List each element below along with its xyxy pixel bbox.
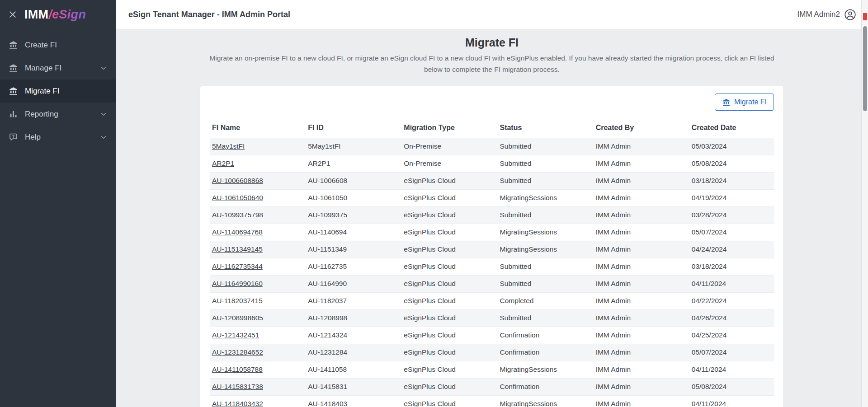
table-row: AR2P1AR2P1On-PremiseSubmittedIMM Admin05…: [210, 155, 774, 172]
cell-fi-id: AU-1061050: [306, 189, 401, 206]
fi-name-link[interactable]: AU-1162735344: [212, 262, 263, 270]
migrate-fi-button-label: Migrate FI: [734, 98, 767, 106]
fi-name-link[interactable]: AU-1006608868: [212, 177, 263, 184]
fi-name-link[interactable]: AU-121432451: [212, 331, 259, 339]
column-header-status: Status: [497, 118, 593, 138]
cell-created-date: 04/11/2024: [689, 361, 774, 378]
cell-status: Submitted: [497, 309, 593, 327]
fi-name-link[interactable]: AU-1140694768: [212, 228, 263, 236]
fi-name-link[interactable]: AU-1164990160: [212, 280, 263, 287]
cell-created-by: IMM Admin: [594, 189, 689, 206]
column-header-created-date: Created Date: [689, 118, 774, 138]
sidebar: IMM/eSign Create FI Manage FI: [0, 0, 116, 407]
fi-name-link[interactable]: AU-1061050640: [212, 194, 263, 201]
sidebar-item-label: Help: [25, 133, 93, 142]
cell-status: Submitted: [497, 258, 593, 275]
cell-created-by: IMM Admin: [594, 206, 689, 224]
svg-text:?: ?: [12, 134, 14, 139]
fi-name-link[interactable]: AU-1208998605: [212, 314, 263, 322]
cell-created-date: 03/18/2024: [689, 172, 774, 189]
cell-fi-name: AU-1182037415: [210, 292, 306, 309]
cell-migration-type: eSignPlus Cloud: [401, 292, 497, 309]
table-row: AU-1182037415AU-1182037eSignPlus CloudCo…: [210, 292, 774, 309]
cell-fi-name: AU-1411058788: [210, 361, 306, 378]
cell-status: Submitted: [497, 275, 593, 292]
cell-created-date: 05/07/2024: [689, 224, 774, 241]
cell-status: MigratingSessions: [497, 189, 593, 206]
sidebar-menu: Create FI Manage FI Migrate FI: [0, 33, 116, 149]
cell-fi-name: AU-121432451: [210, 327, 306, 344]
chevron-down-icon: [99, 64, 108, 72]
scrollbar-thumb[interactable]: [863, 26, 867, 111]
cell-fi-id: AU-1151349: [306, 241, 401, 258]
sidebar-item-migrate-fi[interactable]: Migrate FI: [0, 80, 116, 103]
cell-fi-id: AU-1214324: [306, 327, 401, 344]
cell-created-by: IMM Admin: [594, 327, 689, 344]
cell-fi-name: AU-1164990160: [210, 275, 306, 292]
column-header-fi-name: FI Name: [210, 118, 306, 138]
cell-fi-name: AU-1140694768: [210, 224, 306, 241]
user-name: IMM Admin2: [797, 10, 840, 19]
cell-fi-id: AU-1162735: [306, 258, 401, 275]
cell-created-date: 05/03/2024: [689, 138, 774, 155]
table-header-row: FI Name FI ID Migration Type Status Crea…: [210, 118, 774, 138]
bank-icon: [722, 98, 731, 107]
table-row: AU-1006608868AU-1006608eSignPlus CloudSu…: [210, 172, 774, 189]
cell-migration-type: eSignPlus Cloud: [401, 224, 497, 241]
cell-fi-name: AU-1151349145: [210, 241, 306, 258]
bank-icon: [8, 63, 18, 73]
sidebar-item-manage-fi[interactable]: Manage FI: [0, 56, 116, 80]
cell-created-date: 04/19/2024: [689, 189, 774, 206]
fi-name-link[interactable]: AU-1231284652: [212, 348, 263, 356]
cell-created-by: IMM Admin: [594, 224, 689, 241]
cell-created-by: IMM Admin: [594, 361, 689, 378]
migrate-fi-button[interactable]: Migrate FI: [715, 94, 774, 111]
cell-fi-id: AR2P1: [306, 155, 401, 172]
cell-created-by: IMM Admin: [594, 292, 689, 309]
cell-fi-id: AU-1415831: [306, 378, 401, 395]
sidebar-item-create-fi[interactable]: Create FI: [0, 33, 116, 56]
cell-status: Confirmation: [497, 327, 593, 344]
fi-name-link[interactable]: 5May1stFI: [212, 142, 245, 150]
cell-status: Submitted: [497, 138, 593, 155]
sidebar-item-help[interactable]: ? Help: [0, 126, 116, 149]
migrate-fi-card: Migrate FI FI Name FI ID Migration Type …: [200, 86, 784, 407]
cell-created-date: 04/25/2024: [689, 327, 774, 344]
fi-name-link[interactable]: AU-1415831738: [212, 383, 263, 390]
vertical-scrollbar[interactable]: [861, 0, 868, 407]
close-icon: [8, 10, 17, 19]
cell-status: MigratingSessions: [497, 395, 593, 407]
cell-fi-id: AU-1182037: [306, 292, 401, 309]
cell-created-date: 05/08/2024: [689, 378, 774, 395]
user-icon[interactable]: [844, 9, 856, 21]
cell-migration-type: eSignPlus Cloud: [401, 275, 497, 292]
sidebar-item-reporting[interactable]: Reporting: [0, 103, 116, 126]
app-logo: IMM/eSign: [24, 8, 88, 22]
cell-fi-name: AR2P1: [210, 155, 306, 172]
cell-status: MigratingSessions: [497, 361, 593, 378]
cell-created-date: 04/22/2024: [689, 292, 774, 309]
cell-status: Completed: [497, 292, 593, 309]
cell-fi-name: AU-1006608868: [210, 172, 306, 189]
card-toolbar: Migrate FI: [210, 91, 774, 118]
cell-fi-id: AU-1140694: [306, 224, 401, 241]
cell-created-by: IMM Admin: [594, 275, 689, 292]
fi-name-link[interactable]: AR2P1: [212, 159, 234, 167]
cell-migration-type: On-Premise: [401, 138, 497, 155]
table-row: AU-1061050640AU-1061050eSignPlus CloudMi…: [210, 189, 774, 206]
column-header-fi-id: FI ID: [306, 118, 401, 138]
fi-name-link[interactable]: AU-1151349145: [212, 245, 263, 253]
cell-fi-id: AU-1006608: [306, 172, 401, 189]
logo-product: /eSign: [48, 8, 88, 21]
fi-name-link[interactable]: AU-1411058788: [212, 365, 263, 373]
table-row: AU-1099375798AU-1099375eSignPlus CloudSu…: [210, 206, 774, 224]
cell-migration-type: eSignPlus Cloud: [401, 327, 497, 344]
fi-name-link[interactable]: AU-1099375798: [212, 211, 263, 219]
cell-fi-id: AU-1164990: [306, 275, 401, 292]
sidebar-close-button[interactable]: [8, 10, 17, 19]
bank-icon: [8, 40, 18, 50]
table-row: AU-1411058788AU-1411058eSignPlus CloudMi…: [210, 361, 774, 378]
fi-name-link[interactable]: AU-1418403432: [212, 400, 263, 407]
user-menu[interactable]: IMM Admin2: [797, 9, 856, 21]
cell-fi-id: AU-1099375: [306, 206, 401, 224]
